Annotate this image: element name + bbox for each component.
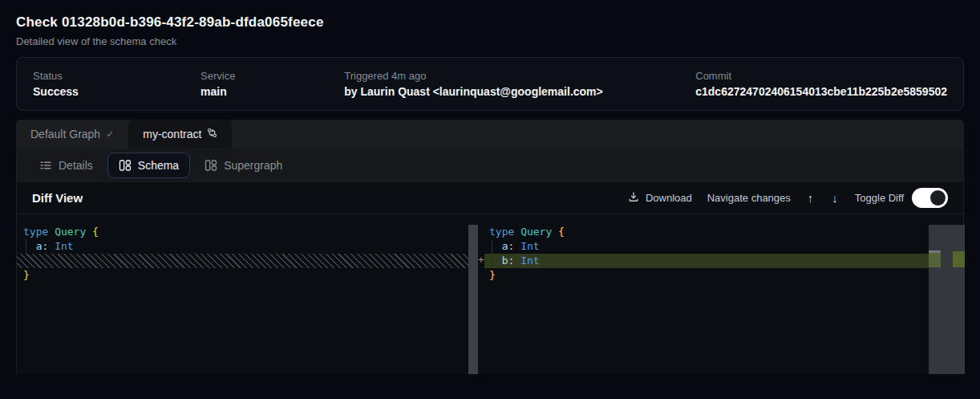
added-code-line: b: Int [484, 254, 929, 268]
code-line: type Query { [17, 225, 468, 239]
toggle-diff-control: Toggle Diff [855, 188, 948, 208]
tab-details[interactable]: Details [28, 153, 104, 178]
previous-change-button[interactable]: ↑ [806, 191, 816, 205]
check-icon: ✓ [106, 128, 114, 140]
tab-default-graph[interactable]: Default Graph ✓ [16, 120, 128, 149]
tab-schema-label: Schema [138, 159, 179, 172]
navigate-changes-label: Navigate changes [707, 192, 791, 204]
navigate-changes-button[interactable]: Navigate changes [707, 192, 791, 204]
diff-toolbar: Diff View Download Navigate changes ↑ [17, 182, 963, 214]
check-content-panel: Details Schema [16, 149, 964, 374]
code-line: a: Int [484, 239, 929, 254]
service-value: main [200, 85, 344, 98]
status-label: Status [33, 70, 200, 82]
toggle-diff-switch[interactable] [912, 188, 948, 208]
status-field: Status Success [33, 70, 200, 98]
page: Check 01328b0d-b396-43f2-89ab-dfda065fee… [0, 0, 980, 374]
diff-view-title: Diff View [32, 191, 83, 205]
diff-pane-right: type Query { a: Int b: Int} [484, 214, 929, 374]
tab-default-graph-label: Default Graph [30, 128, 100, 140]
switch-knob [930, 190, 946, 206]
arrow-up-icon: ↑ [808, 191, 814, 205]
status-value: Success [33, 85, 200, 98]
page-title: Check 01328b0d-b396-43f2-89ab-dfda065fee… [16, 14, 964, 31]
schema-diff-editor: type Query { a: Int} + type Query { a: I… [17, 214, 963, 374]
tab-my-contract[interactable]: my-contract [128, 120, 232, 149]
arrow-down-icon: ↓ [832, 191, 838, 205]
tab-details-label: Details [59, 159, 93, 172]
tab-my-contract-label: my-contract [143, 128, 201, 140]
code-line: } [17, 268, 468, 283]
code-line: a: Int [17, 239, 468, 254]
view-tabs: Details Schema [17, 149, 963, 182]
panels-icon [119, 159, 132, 172]
download-icon [628, 191, 639, 205]
left-scrollbar[interactable] [468, 225, 478, 374]
download-label: Download [646, 192, 692, 204]
diff-pane-left: type Query { a: Int} [17, 214, 468, 374]
tab-schema[interactable]: Schema [107, 153, 190, 178]
triggered-value: by Laurin Quast <laurinquast@googlemail.… [344, 85, 695, 98]
commit-value: c1dc62724702406154013cbe11b225b2e5859502 [695, 85, 947, 98]
service-label: Service [200, 70, 344, 82]
tab-supergraph[interactable]: Supergraph [193, 153, 294, 178]
next-change-button[interactable]: ↓ [830, 191, 840, 205]
list-icon [39, 159, 52, 172]
commit-label: Commit [695, 70, 947, 82]
tab-supergraph-label: Supergraph [224, 159, 282, 172]
check-summary-card: Status Success Service main Triggered 4m… [16, 57, 964, 111]
code-line: type Query { [484, 225, 929, 239]
added-line-scrollbar-tint [929, 253, 941, 267]
overview-ruler-added-marker [953, 251, 965, 267]
triggered-field: Triggered 4m ago by Laurin Quast <laurin… [344, 70, 695, 98]
page-subtitle: Detailed view of the schema check [16, 35, 964, 47]
git-compare-icon [207, 128, 217, 140]
panels-icon [205, 159, 217, 172]
placeholder-line [17, 254, 468, 268]
graph-tabs: Default Graph ✓ my-contract [16, 120, 964, 149]
commit-field: Commit c1dc62724702406154013cbe11b225b2e… [695, 70, 947, 98]
download-button[interactable]: Download [628, 191, 692, 205]
diff-toolbar-actions: Download Navigate changes ↑ ↓ Toggle Dif… [628, 188, 948, 208]
code-line: } [484, 268, 929, 283]
right-scrollbar[interactable] [929, 225, 965, 374]
service-field: Service main [200, 70, 344, 98]
diff-code-before: type Query { a: Int} [17, 214, 468, 283]
triggered-label: Triggered 4m ago [344, 70, 695, 82]
toggle-diff-label: Toggle Diff [855, 192, 904, 204]
page-header: Check 01328b0d-b396-43f2-89ab-dfda065fee… [16, 0, 964, 47]
diff-code-after: type Query { a: Int b: Int} [484, 214, 929, 283]
